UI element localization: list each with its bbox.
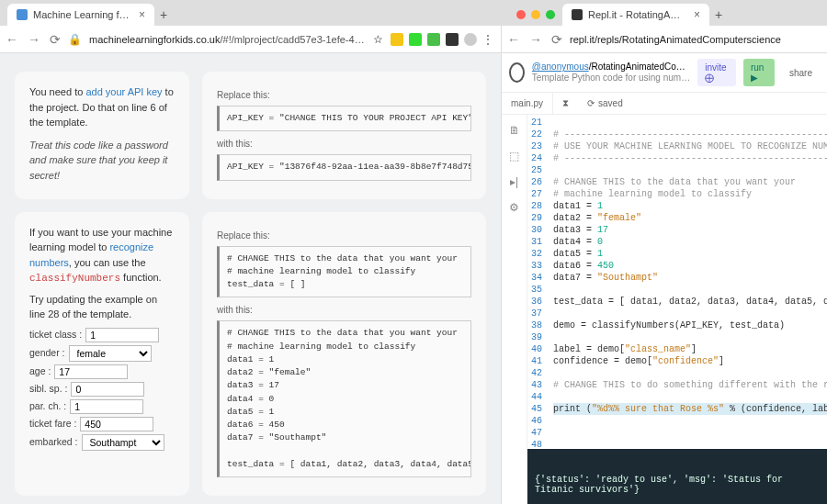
with-label: with this: <box>217 137 471 151</box>
history-button[interactable]: ⧗ <box>553 98 578 109</box>
instruction-card-apikey: You need to add your API key to the proj… <box>15 72 189 199</box>
file-tab[interactable]: main.py <box>502 93 553 114</box>
project-meta: @anonymous/RotatingAnimatedCo… Template … <box>532 62 690 84</box>
ext-icon[interactable] <box>391 33 403 46</box>
code-card-apikey: Replace this: API_KEY = "CHANGE THIS TO … <box>202 72 486 199</box>
run-button[interactable]: run ▶ <box>743 59 775 86</box>
replace-label: Replace this: <box>217 229 471 242</box>
gender-select[interactable]: female <box>69 345 152 362</box>
fare-input[interactable] <box>80 417 153 431</box>
back-icon[interactable]: ← <box>507 32 520 47</box>
saved-status: ⟳ saved <box>578 98 632 108</box>
lock-icon: 🔒 <box>68 33 82 46</box>
back-icon[interactable]: ← <box>6 32 18 47</box>
instruction-card-recognize: If you want to use your machine learning… <box>15 212 189 497</box>
parch-input[interactable] <box>70 399 143 414</box>
code-editor[interactable]: 2122232425262728293031323334353637383940… <box>527 115 827 449</box>
project-owner-link[interactable]: @anonymous <box>532 62 589 72</box>
debug-icon[interactable]: ▸| <box>510 175 518 188</box>
minimize-window-icon[interactable] <box>531 10 540 19</box>
window-controls[interactable] <box>509 4 562 26</box>
reload-icon[interactable]: ⟳ <box>551 32 562 47</box>
ticket-class-input[interactable] <box>85 328 159 342</box>
close-icon[interactable]: × <box>694 8 700 21</box>
age-input[interactable] <box>54 364 128 379</box>
tab-title: Machine Learning for Kids <box>33 9 130 20</box>
add-api-key-link[interactable]: add your API key <box>85 86 162 97</box>
favicon <box>572 9 583 20</box>
code-after: # CHANGE THIS to the data that you want … <box>217 320 471 477</box>
url-bar[interactable]: repl.it/repls/RotatingAnimatedComputersc… <box>570 34 821 45</box>
forward-icon[interactable]: → <box>28 32 40 47</box>
packages-icon[interactable]: ⬚ <box>509 150 519 162</box>
ext-icon[interactable] <box>427 33 440 46</box>
favicon <box>17 9 28 20</box>
maximize-window-icon[interactable] <box>546 10 555 19</box>
avatar[interactable] <box>464 33 477 46</box>
replit-logo-icon <box>509 62 525 83</box>
browser-tab[interactable]: Repl.it - RotatingAnimatedCo… × <box>562 4 709 26</box>
new-tab-button[interactable]: + <box>709 4 728 26</box>
files-icon[interactable]: 🗎 <box>509 124 520 137</box>
ext-icon[interactable] <box>409 33 422 46</box>
code-card-recognize: Replace this: # CHANGE THIS to the data … <box>202 212 486 497</box>
reload-icon[interactable]: ⟳ <box>50 32 61 47</box>
ext-icon[interactable] <box>446 33 459 46</box>
embarked-select[interactable]: Southampt <box>82 434 164 451</box>
invite-button[interactable]: invite ⨁ <box>697 59 736 86</box>
settings-icon[interactable]: ⚙ <box>509 201 519 214</box>
console-output[interactable]: {'status': 'ready to use', 'msg': 'Statu… <box>527 449 827 504</box>
with-label: with this: <box>217 303 471 317</box>
forward-icon[interactable]: → <box>529 32 542 47</box>
star-icon[interactable]: ☆ <box>373 33 383 46</box>
sibl-input[interactable] <box>71 382 144 397</box>
code-before: API_KEY = "CHANGE THIS TO YOUR PROJECT A… <box>217 106 471 131</box>
tab-title: Repl.it - RotatingAnimatedCo… <box>588 9 685 20</box>
menu-icon[interactable]: ⋮ <box>482 33 495 46</box>
replace-label: Replace this: <box>217 88 471 102</box>
close-icon[interactable]: × <box>139 8 145 21</box>
extension-icons: ⋮ <box>391 33 495 46</box>
url-bar[interactable]: machinelearningforkids.co.uk/#!/mlprojec… <box>89 34 366 45</box>
new-tab-button[interactable]: + <box>154 4 173 26</box>
code-before: # CHANGE THIS to the data that you want … <box>217 246 471 298</box>
share-button[interactable]: share <box>782 64 820 82</box>
browser-tab[interactable]: Machine Learning for Kids × <box>7 4 154 26</box>
close-window-icon[interactable] <box>516 10 526 19</box>
code-after: API_KEY = "13876f48-92aa-11ea-aa39-8b8e7… <box>217 154 471 180</box>
